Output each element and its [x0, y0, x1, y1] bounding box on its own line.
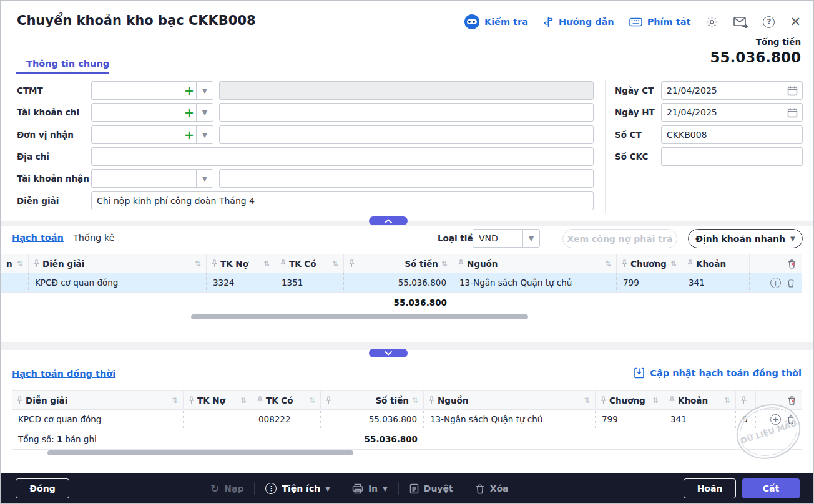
- cell-khoan[interactable]: 341: [664, 410, 736, 429]
- col-tk-co[interactable]: TK Có⇅: [275, 254, 344, 273]
- col-truncated[interactable]: n⇅: [1, 254, 29, 273]
- tab-thong-ke[interactable]: Thống kê: [73, 233, 115, 243]
- cell-dien-giai[interactable]: KPCĐ cơ quan đóng: [29, 273, 207, 293]
- cell-nguon[interactable]: 13-Ngân sách Quận tự chủ: [453, 273, 617, 293]
- add-row-icon[interactable]: +: [770, 278, 781, 288]
- ngay-ct-input[interactable]: [662, 82, 787, 99]
- scrollbar-thumb[interactable]: [191, 314, 528, 319]
- tai-khoan-nhan-name-input[interactable]: [220, 170, 593, 187]
- table-row[interactable]: KPCĐ cơ quan đóng 3324 1351 55.036.800 1…: [1, 273, 802, 293]
- shortcuts-button[interactable]: Phím tắt: [629, 17, 691, 27]
- approve-button[interactable]: Duyệt: [409, 483, 453, 494]
- col-so-tien[interactable]: Số tiền⇅: [321, 390, 424, 410]
- reload-button[interactable]: ↻ Nạp: [210, 482, 243, 495]
- settings-button[interactable]: [705, 16, 718, 29]
- tai-khoan-chi-name-input[interactable]: [220, 104, 593, 121]
- ngay-ht-input[interactable]: [662, 104, 787, 121]
- tai-khoan-nhan-input[interactable]: [92, 170, 196, 187]
- pin-icon[interactable]: [257, 396, 263, 404]
- pin-icon[interactable]: [622, 259, 627, 268]
- pin-icon[interactable]: [34, 259, 39, 268]
- pin-icon[interactable]: [17, 396, 22, 404]
- pin-icon[interactable]: [687, 259, 693, 268]
- cell-partial[interactable]: 6: [736, 410, 756, 429]
- cell-chuong[interactable]: 799: [617, 273, 682, 293]
- don-vi-nhan-name-input[interactable]: [220, 126, 593, 143]
- calendar-icon[interactable]: [787, 107, 798, 118]
- postpone-button[interactable]: Hoãn: [684, 478, 736, 498]
- add-icon[interactable]: +: [182, 82, 196, 99]
- cell-tk-co[interactable]: 008222: [252, 410, 321, 429]
- cell-dien-giai[interactable]: KPCĐ cơ quan đóng: [12, 410, 184, 429]
- print-button[interactable]: In ▼: [352, 483, 388, 494]
- col-dien-giai[interactable]: Diễn giải⇅: [12, 390, 184, 410]
- hach-toan-dong-thoi-title[interactable]: Hạch toán đồng thời: [12, 369, 115, 379]
- tab-thong-tin-chung[interactable]: Thông tin chung: [16, 56, 120, 72]
- cell-tk-co[interactable]: 1351: [275, 273, 344, 293]
- cell-tk-no[interactable]: [184, 410, 252, 429]
- pin-icon[interactable]: [280, 259, 286, 268]
- chevron-down-icon[interactable]: ▼: [196, 126, 213, 143]
- delete-row-icon[interactable]: [787, 415, 795, 424]
- col-tk-co[interactable]: TK Có⇅: [252, 390, 321, 410]
- col-khoan[interactable]: Khoản: [682, 254, 750, 273]
- utilities-button[interactable]: ⋮ Tiện ích ▼: [265, 483, 330, 494]
- chevron-down-icon[interactable]: ▼: [196, 82, 213, 99]
- pin-icon[interactable]: [189, 396, 194, 404]
- cell-chuong[interactable]: 799: [596, 410, 664, 429]
- add-icon[interactable]: +: [182, 104, 196, 121]
- tai-khoan-chi-input[interactable]: [92, 104, 182, 121]
- currency-select[interactable]: VND ▼: [473, 229, 540, 248]
- save-button[interactable]: Cất: [742, 478, 800, 498]
- col-chuong[interactable]: Chương⇅: [596, 390, 664, 410]
- cell-so-tien[interactable]: 55.036.800: [321, 410, 424, 429]
- add-icon[interactable]: +: [182, 126, 196, 143]
- delete-row-icon[interactable]: [787, 278, 795, 288]
- quick-entry-button[interactable]: Định khoản nhanh ▼: [688, 229, 803, 248]
- col-chuong[interactable]: Chương⇅: [617, 254, 682, 273]
- pin-icon[interactable]: [212, 259, 217, 268]
- calendar-icon[interactable]: [787, 85, 798, 96]
- tab-hach-toan[interactable]: Hạch toán: [12, 233, 64, 243]
- so-ct-input[interactable]: [662, 126, 802, 143]
- col-nguon[interactable]: Nguồn⇅: [453, 254, 617, 273]
- collapse-up-button[interactable]: [369, 216, 408, 225]
- dien-giai-input[interactable]: [92, 192, 593, 210]
- dia-chi-input[interactable]: [92, 148, 593, 165]
- update-simultaneous-button[interactable]: Cập nhật hạch toán đồng thời: [634, 367, 802, 379]
- collapse-down-button[interactable]: [369, 349, 408, 357]
- delete-all-icon[interactable]: ✕: [787, 259, 797, 269]
- delete-all-icon[interactable]: ✕: [787, 395, 797, 405]
- col-so-tien[interactable]: Số tiền⇅: [344, 254, 453, 273]
- col-tk-no[interactable]: TK Nợ⇅: [184, 390, 252, 410]
- pin-icon[interactable]: [601, 396, 606, 404]
- pin-icon[interactable]: [458, 259, 464, 268]
- col-khoan[interactable]: Khoản⇅: [664, 390, 736, 410]
- cell-nguon[interactable]: 13-Ngân sách Quận tự chủ: [424, 410, 596, 429]
- guide-button[interactable]: Hướng dẫn: [543, 17, 614, 27]
- chevron-down-icon[interactable]: ▼: [196, 104, 213, 121]
- cell-so-tien[interactable]: 55.036.800: [344, 273, 453, 293]
- add-row-icon[interactable]: +: [770, 414, 781, 425]
- cell-khoan[interactable]: 341: [682, 273, 750, 293]
- ctmt-input[interactable]: [92, 82, 182, 99]
- pin-icon[interactable]: [429, 396, 434, 404]
- so-ckc-input[interactable]: [662, 148, 802, 165]
- col-dien-giai[interactable]: Diễn giải⇅: [29, 254, 207, 273]
- check-button[interactable]: Kiểm tra: [464, 14, 528, 29]
- pin-icon[interactable]: [326, 396, 331, 404]
- delete-button[interactable]: Xóa: [475, 483, 509, 494]
- send-mail-button[interactable]: [733, 16, 748, 28]
- close-button[interactable]: ✕: [790, 14, 801, 29]
- close-form-button[interactable]: Đóng: [16, 478, 69, 498]
- don-vi-nhan-input[interactable]: [92, 126, 182, 143]
- col-tk-no[interactable]: TK Nợ⇅: [207, 254, 275, 273]
- cell-tk-no[interactable]: 3324: [207, 273, 275, 293]
- col-nguon[interactable]: Nguồn⇅: [424, 390, 596, 410]
- help-button[interactable]: ?: [763, 16, 775, 28]
- table-row[interactable]: KPCĐ cơ quan đóng 008222 55.036.800 13-N…: [12, 410, 802, 429]
- scrollbar-thumb[interactable]: [47, 450, 353, 455]
- pin-icon[interactable]: [349, 259, 355, 268]
- col-partial[interactable]: [736, 390, 756, 410]
- chevron-down-icon[interactable]: ▼: [196, 170, 213, 187]
